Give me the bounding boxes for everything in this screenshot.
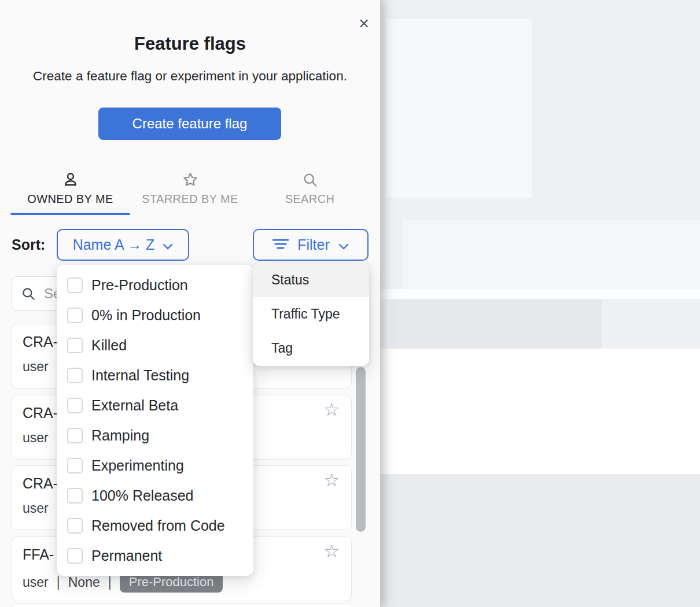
backdrop-block <box>380 474 700 607</box>
status-option-label: 100% Released <box>91 487 194 504</box>
status-option-label: Pre-Production <box>91 277 188 294</box>
checkbox[interactable] <box>67 398 83 413</box>
status-option[interactable]: Removed from Code <box>57 510 253 541</box>
filter-menu-item-traffic-type[interactable]: Traffic Type <box>253 297 369 331</box>
separator: | <box>108 575 112 590</box>
sort-value: Name A → Z <box>73 236 155 253</box>
star-icon <box>130 171 250 188</box>
status-option[interactable]: Ramping <box>57 420 253 450</box>
page-title: Feature flags <box>0 34 380 54</box>
filter-dropdown[interactable]: Filter <box>253 229 369 261</box>
status-filter-menu: Pre-Production 0% in Production Killed I… <box>57 265 253 576</box>
flag-traffic: user <box>23 501 49 516</box>
person-icon <box>10 171 130 188</box>
star-icon[interactable]: ☆ <box>320 542 343 561</box>
status-option[interactable]: External Beta <box>57 390 253 420</box>
search-icon <box>250 171 370 188</box>
status-option-label: 0% in Production <box>91 307 201 324</box>
create-feature-flag-button[interactable]: Create feature flag <box>98 108 281 140</box>
flag-card[interactable] <box>12 603 352 607</box>
checkbox[interactable] <box>67 338 83 353</box>
search-icon <box>21 286 36 301</box>
status-option[interactable]: Pre-Production <box>57 270 253 300</box>
tab-search[interactable]: SEARCH <box>250 171 370 206</box>
filter-menu-item-tag[interactable]: Tag <box>253 331 369 365</box>
flag-name: CRA- <box>23 334 58 350</box>
star-icon[interactable]: ☆ <box>320 400 343 419</box>
checkbox[interactable] <box>67 368 83 383</box>
backdrop-block <box>380 349 700 474</box>
flag-name: CRA- <box>23 475 58 492</box>
checkbox[interactable] <box>67 277 83 293</box>
status-option-label: Permanent <box>91 547 162 564</box>
flag-traffic: user <box>23 575 49 590</box>
status-option-label: Removed from Code <box>91 517 225 534</box>
sort-dropdown[interactable]: Name A → Z <box>57 229 189 261</box>
flag-traffic: user <box>23 430 49 446</box>
flag-name: CRA- <box>23 405 58 421</box>
status-option-label: Internal Testing <box>91 367 189 384</box>
checkbox[interactable] <box>67 458 83 473</box>
tab-label: OWNED BY ME <box>10 193 130 206</box>
filter-icon <box>272 236 289 253</box>
tab-starred-by-me[interactable]: STARRED BY ME <box>130 171 250 206</box>
checkbox[interactable] <box>67 518 83 534</box>
backdrop-block <box>403 220 700 289</box>
close-icon[interactable]: × <box>353 13 375 35</box>
feature-flags-panel: × Feature flags Create a feature flag or… <box>0 0 381 607</box>
status-option[interactable]: 0% in Production <box>57 300 253 330</box>
status-option-label: Ramping <box>91 427 149 444</box>
separator: | <box>57 575 60 590</box>
backdrop-block <box>386 19 532 198</box>
sort-label: Sort: <box>12 236 45 253</box>
flag-traffic: user <box>23 359 49 375</box>
checkbox[interactable] <box>67 428 83 443</box>
scrollbar-thumb[interactable] <box>356 367 366 532</box>
status-option[interactable]: Internal Testing <box>57 360 253 390</box>
flag-rollout: None <box>68 575 100 590</box>
tab-owned-by-me[interactable]: OWNED BY ME <box>10 171 130 206</box>
status-option[interactable]: 100% Released <box>57 480 253 510</box>
status-option-label: Killed <box>91 337 127 354</box>
checkbox[interactable] <box>67 488 83 504</box>
filter-label: Filter <box>297 236 330 253</box>
status-option[interactable]: Experimenting <box>57 450 253 480</box>
backdrop-block <box>380 289 700 299</box>
page-subtitle: Create a feature flag or experiment in y… <box>0 69 380 84</box>
status-option-label: External Beta <box>91 397 178 414</box>
status-option[interactable]: Killed <box>57 330 253 360</box>
filter-category-menu: Status Traffic Type Tag <box>253 263 369 366</box>
status-option-label: Experimenting <box>91 457 184 474</box>
checkbox[interactable] <box>67 308 83 323</box>
chevron-down-icon <box>338 236 349 253</box>
backdrop-page <box>380 0 700 607</box>
checkbox[interactable] <box>67 548 83 564</box>
chevron-down-icon <box>163 236 173 253</box>
tab-label: SEARCH <box>250 193 370 206</box>
status-option[interactable]: Permanent <box>57 541 253 571</box>
flag-name: FFA- <box>23 546 54 563</box>
active-tab-underline <box>10 213 130 215</box>
filter-menu-item-status[interactable]: Status <box>253 263 369 297</box>
star-icon[interactable]: ☆ <box>320 471 343 490</box>
tab-label: STARRED BY ME <box>130 193 250 206</box>
backdrop-block <box>390 299 602 349</box>
screen: × Feature flags Create a feature flag or… <box>0 0 700 607</box>
